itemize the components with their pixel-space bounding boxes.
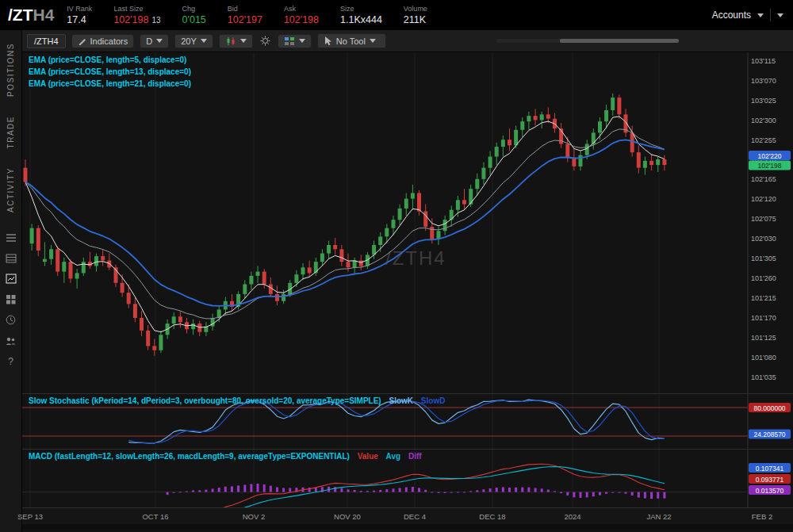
field-chg: Chg 0'015	[182, 5, 206, 25]
field-bid: Bid 102'197	[228, 5, 262, 25]
bottom-strip	[22, 524, 793, 530]
symbol-root: /ZT	[8, 6, 33, 24]
cursor-icon	[324, 36, 332, 46]
svg-text:0.107341: 0.107341	[756, 465, 784, 473]
tool-value: No Tool	[336, 36, 366, 46]
users-icon[interactable]	[5, 335, 17, 346]
last-price: 102'198	[113, 14, 148, 25]
trading-app: /ZTH4 IV Rank 17.4 Last Size 102'19813 C…	[0, 0, 793, 532]
svg-text:102'030: 102'030	[751, 235, 776, 243]
svg-text:102'120: 102'120	[751, 195, 776, 203]
candlestick-icon	[225, 36, 236, 46]
price-chart-panel[interactable]: /ZTH4103'115103'070103'025102'300102'255…	[22, 52, 793, 393]
svg-text:103'115: 103'115	[751, 57, 776, 65]
grid-icon[interactable]	[5, 293, 17, 305]
range-dropdown[interactable]: 20Y	[174, 34, 213, 48]
chevron-down-icon	[370, 39, 376, 43]
gear-icon[interactable]	[259, 36, 272, 46]
svg-text:0.093771: 0.093771	[756, 476, 784, 484]
field-iv-rank: IV Rank 17.4	[67, 5, 92, 25]
svg-text:101'080: 101'080	[751, 354, 776, 362]
macd-panel[interactable]: 0.20.1073410.0937710.013570 MACD (fastLe…	[22, 449, 793, 507]
svg-text:0.013570: 0.013570	[756, 487, 784, 495]
svg-text:80.000000: 80.000000	[753, 404, 785, 412]
left-sidebar: POSITIONS TRADE ACTIVITY ?	[0, 30, 22, 532]
macd-chart[interactable]: 0.20.1073410.0937710.013570	[22, 450, 793, 507]
field-label: Size	[340, 5, 354, 13]
time-axis-label: DEC 4	[404, 512, 426, 521]
field-label: Ask	[284, 5, 296, 13]
field-label: IV Rank	[67, 5, 92, 13]
time-axis-label: SEP 13	[17, 512, 43, 521]
quote-header: /ZTH4 IV Rank 17.4 Last Size 102'19813 C…	[0, 0, 793, 30]
chart-scrollbar-thumb[interactable]	[560, 39, 679, 43]
chevron-down-icon	[156, 39, 163, 43]
time-axis-label: DEC 18	[479, 512, 505, 521]
indicators-button[interactable]: Indicators	[71, 34, 135, 48]
field-ask: Ask 102'198	[284, 5, 319, 25]
field-volume: Volume 211K	[404, 5, 427, 25]
time-axis-label: NOV 20	[334, 512, 361, 521]
time-axis-label: JAN 22	[646, 512, 671, 521]
ledger-icon[interactable]	[5, 252, 17, 264]
timeframe-value: D	[146, 36, 152, 46]
svg-text:102'255: 102'255	[751, 136, 776, 144]
volume-value: 211K	[404, 14, 426, 25]
svg-text:103'025: 103'025	[751, 97, 776, 105]
bid-value: 102'197	[228, 14, 262, 25]
sidebar-tab-activity[interactable]: ACTIVITY	[6, 167, 15, 212]
timeframe-dropdown[interactable]: D	[140, 34, 169, 48]
pencil-icon	[78, 36, 86, 45]
last-size: 13	[151, 16, 160, 25]
svg-text:102'198: 102'198	[758, 162, 782, 170]
time-axis[interactable]: SEP 13OCT 16NOV 2NOV 20DEC 4DEC 182024JA…	[22, 507, 793, 524]
svg-text:102'300: 102'300	[751, 117, 776, 124]
field-last-size: Last Size 102'19813	[113, 5, 160, 25]
time-axis-label: NOV 2	[243, 512, 266, 521]
candlestick-chart[interactable]: /ZTH4103'115103'070103'025102'300102'255…	[22, 52, 793, 393]
chevron-down-icon	[757, 13, 764, 17]
time-axis-label: OCT 16	[142, 512, 168, 521]
symbol-title: /ZTH4	[8, 6, 54, 25]
field-value: 17.4	[67, 14, 86, 25]
field-size: Size 1.1Kx444	[340, 5, 382, 25]
chart-icon[interactable]	[5, 273, 17, 285]
field-label: Last Size	[113, 5, 143, 13]
chevron-down-icon	[240, 39, 247, 43]
ask-value: 102'198	[284, 14, 319, 25]
svg-text:101'305: 101'305	[751, 255, 776, 262]
symbol-tab[interactable]: /ZTH4	[27, 34, 66, 48]
chevron-down-icon	[201, 39, 207, 43]
chart-type-dropdown[interactable]	[219, 34, 253, 48]
chevron-down-icon[interactable]	[777, 13, 783, 17]
accounts-label: Accounts	[712, 10, 751, 21]
svg-text:101'125: 101'125	[751, 334, 776, 342]
svg-text:102'075: 102'075	[751, 215, 776, 223]
sidebar-tab-positions[interactable]: POSITIONS	[6, 43, 15, 97]
svg-text:102'165: 102'165	[751, 175, 776, 183]
indicators-label: Indicators	[90, 36, 128, 46]
chevron-down-icon	[299, 39, 305, 43]
clock-icon[interactable]	[5, 314, 17, 326]
sidebar-tab-trade[interactable]: TRADE	[6, 116, 15, 148]
svg-text:101'215: 101'215	[751, 294, 776, 302]
field-label: Volume	[404, 5, 427, 13]
stochastic-chart[interactable]: 80.00000024.208570	[22, 394, 793, 449]
drawing-tool-dropdown[interactable]: No Tool	[317, 33, 386, 48]
help-icon[interactable]: ?	[5, 355, 17, 367]
chart-toolbar: /ZTH4 Indicators D 20Y	[22, 30, 793, 52]
symbol-contract: H4	[33, 6, 55, 24]
field-label: Bid	[228, 5, 238, 13]
field-label: Chg	[182, 5, 196, 13]
divider	[770, 9, 771, 21]
chart-scrollbar[interactable]	[496, 39, 679, 43]
time-axis-label: 2024	[564, 512, 580, 521]
list-icon[interactable]	[5, 232, 17, 243]
range-value: 20Y	[181, 36, 197, 46]
accounts-menu[interactable]: Accounts	[712, 9, 783, 21]
layout-dropdown[interactable]	[278, 34, 312, 48]
layout-grid-icon	[284, 36, 295, 46]
stochastic-panel[interactable]: 80.00000024.208570 Slow Stochastic (kPer…	[22, 393, 793, 449]
svg-text:102'220: 102'220	[758, 152, 782, 160]
size-value: 1.1Kx444	[340, 14, 382, 25]
